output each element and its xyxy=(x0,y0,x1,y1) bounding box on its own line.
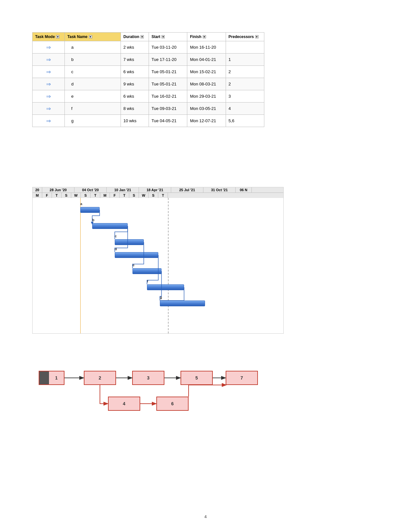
sort-arrow-predecessors[interactable]: ▼ xyxy=(255,35,259,38)
network-node-6: 6 xyxy=(156,397,189,411)
cell-task-name: g xyxy=(65,115,121,127)
gantt-header-cell-nov: 06 N xyxy=(236,187,252,192)
sort-arrow-duration[interactable]: ▼ xyxy=(141,35,144,38)
cell-duration: 8 wks xyxy=(121,103,149,115)
node-6-label: 6 xyxy=(171,401,174,406)
sort-arrow-finish[interactable]: ▼ xyxy=(203,35,206,38)
col-header-duration[interactable]: Duration ▼ xyxy=(121,33,149,41)
network-node-1: 1 xyxy=(39,371,64,385)
gantt-bar-g[interactable] xyxy=(160,300,205,306)
gantt-bar-a[interactable] xyxy=(80,207,100,213)
gantt-bar-f[interactable] xyxy=(147,284,184,290)
gantt-dow-f1: F xyxy=(42,193,52,198)
network-node-5: 5 xyxy=(181,371,213,385)
col-header-predecessors[interactable]: Predecessors ▼ xyxy=(226,33,264,41)
node-1-dark-bar xyxy=(39,371,49,384)
col-header-finish[interactable]: Finish ▼ xyxy=(187,33,226,41)
cell-predecessors: 5,6 xyxy=(226,115,264,127)
gantt-dow-m2: M xyxy=(100,193,110,198)
network-node-3: 3 xyxy=(132,371,164,385)
gantt-header: 20 28 Jun '20 04 Oct '20 10 Jan '21 18 A… xyxy=(33,187,283,198)
cell-task-name: a xyxy=(65,41,121,54)
node-7-label: 7 xyxy=(240,375,243,380)
gantt-dow-t2: T xyxy=(91,193,100,198)
node-2-label: 2 xyxy=(99,375,101,380)
cell-start: Tue 04-05-21 xyxy=(149,115,187,127)
gantt-dow-w1: W xyxy=(71,193,81,198)
cell-finish: Mon 04-01-21 xyxy=(187,54,226,66)
sort-arrow-task-name[interactable]: ▼ xyxy=(89,35,92,38)
node-3-label: 3 xyxy=(147,375,150,380)
cell-duration: 10 wks xyxy=(121,115,149,127)
task-mode-icon: ⇒ xyxy=(46,68,51,75)
gantt-dow-f2: F xyxy=(110,193,120,198)
duration-header-label: Duration xyxy=(123,34,139,39)
gantt-dow-s2: S xyxy=(81,193,91,198)
table-row: ⇒e6 wksTue 16-02-21Mon 29-03-213 xyxy=(33,90,264,103)
gantt-dow-s4: S xyxy=(149,193,158,198)
table-row: ⇒g10 wksTue 04-05-21Mon 12-07-215,6 xyxy=(33,115,264,127)
cell-duration: 2 wks xyxy=(121,41,149,54)
table-row: ⇒f8 wksTue 09-03-21Mon 03-05-214 xyxy=(33,103,264,115)
gantt-dow-w2: W xyxy=(139,193,149,198)
gantt-body: a b c d e f g xyxy=(33,198,283,333)
today-line xyxy=(80,198,81,333)
page-number: 4 xyxy=(204,514,207,519)
col-header-task-mode[interactable]: Task Mode ▼ xyxy=(33,33,65,41)
task-mode-icon: ⇒ xyxy=(46,81,51,88)
cell-task-mode: ⇒ xyxy=(33,90,65,103)
bar-label-f: f xyxy=(147,279,148,283)
cell-predecessors: 2 xyxy=(226,78,264,90)
gantt-bar-b[interactable] xyxy=(92,223,128,229)
gantt-bar-d[interactable] xyxy=(115,252,158,258)
gantt-header-cell-jan21: 10 Jan '21 xyxy=(107,187,139,192)
task-name-header-label: Task Name xyxy=(67,34,87,39)
bar-label-b: b xyxy=(92,218,94,222)
cell-finish: Mon 29-03-21 xyxy=(187,90,226,103)
cell-task-name: e xyxy=(65,90,121,103)
col-header-task-name[interactable]: Task Name ▼ xyxy=(65,33,121,41)
cell-start: Tue 16-02-21 xyxy=(149,90,187,103)
sort-arrow-start[interactable]: ▼ xyxy=(161,35,165,38)
cell-finish: Mon 03-05-21 xyxy=(187,103,226,115)
gantt-header-cell-20: 20 xyxy=(33,187,42,192)
finish-header-label: Finish xyxy=(190,34,201,39)
gantt-bar-e[interactable] xyxy=(132,268,161,274)
cell-task-name: b xyxy=(65,54,121,66)
bar-label-d: d xyxy=(115,247,117,251)
gantt-header-cell-jun20: 28 Jun '20 xyxy=(42,187,74,192)
task-mode-icon: ⇒ xyxy=(46,56,51,63)
col-header-start[interactable]: Start ▼ xyxy=(149,33,187,41)
cell-task-mode: ⇒ xyxy=(33,54,65,66)
gantt-chart-section: 20 28 Jun '20 04 Oct '20 10 Jan '21 18 A… xyxy=(32,187,284,334)
start-header-label: Start xyxy=(152,34,160,39)
bar-label-e: e xyxy=(132,263,134,267)
task-mode-icon: ⇒ xyxy=(46,93,51,100)
gantt-bar-c[interactable] xyxy=(115,239,144,245)
node-1-label: 1 xyxy=(49,371,64,384)
sort-arrow-task-mode[interactable]: ▼ xyxy=(56,35,59,38)
gantt-dow-t3: T xyxy=(120,193,129,198)
cell-predecessors xyxy=(226,41,264,54)
gantt-table-section: Task Mode ▼ Task Name ▼ Duration ▼ xyxy=(32,32,264,127)
task-mode-header-label: Task Mode xyxy=(35,34,55,39)
network-node-4: 4 xyxy=(108,397,140,411)
network-node-7: 7 xyxy=(226,371,258,385)
cell-task-name: c xyxy=(65,66,121,78)
gantt-dow-t1: T xyxy=(52,193,62,198)
bar-label-g: g xyxy=(160,295,162,299)
table-row: ⇒d9 wksTue 05-01-21Mon 08-03-212 xyxy=(33,78,264,90)
gantt-dow-m1: M xyxy=(33,193,42,198)
gantt-table: Task Mode ▼ Task Name ▼ Duration ▼ xyxy=(32,32,264,127)
cell-predecessors: 1 xyxy=(226,54,264,66)
cell-task-mode: ⇒ xyxy=(33,115,65,127)
gantt-dow-t4: T xyxy=(158,193,168,198)
cell-task-name: f xyxy=(65,103,121,115)
cell-task-mode: ⇒ xyxy=(33,66,65,78)
predecessors-header-label: Predecessors xyxy=(229,34,254,39)
cell-finish: Mon 16-11-20 xyxy=(187,41,226,54)
cell-start: Tue 17-11-20 xyxy=(149,54,187,66)
cell-finish: Mon 12-07-21 xyxy=(187,115,226,127)
network-diagram-section: 1 2 3 4 5 6 7 xyxy=(32,361,271,426)
task-mode-icon: ⇒ xyxy=(46,44,51,51)
